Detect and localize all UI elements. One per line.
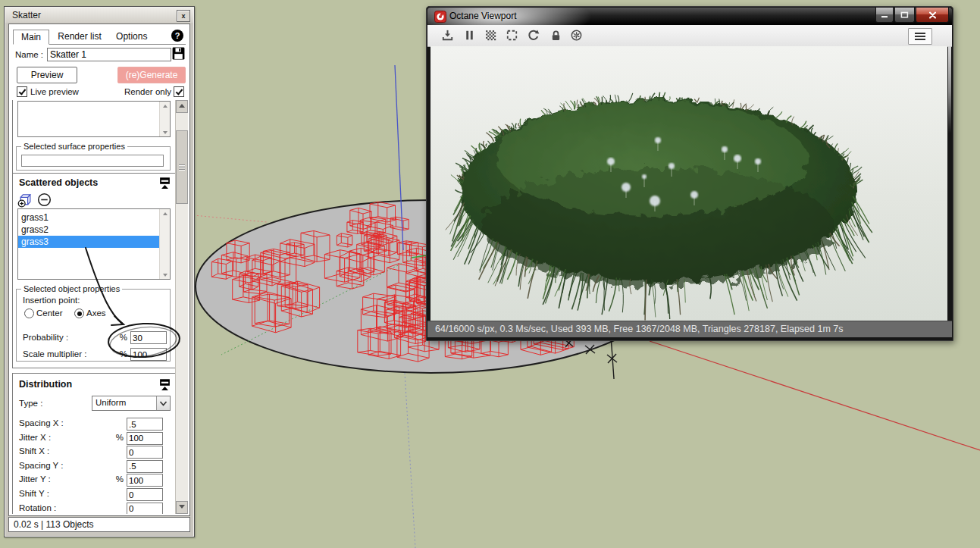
menu-icon[interactable] [908,28,932,45]
minimize-icon[interactable] [875,8,894,23]
save-icon[interactable] [171,46,186,64]
octane-logo-icon [434,11,446,25]
render-scroll-strip[interactable] [948,46,951,321]
distribution-header: Distribution [19,379,72,390]
kernel-icon[interactable] [570,29,583,42]
surface-properties-group: Selected surface properties [16,142,171,171]
scale-multiplier-label: Scale multiplier : [23,349,86,359]
scale-multiplier-input[interactable] [130,348,167,361]
scroll-up-icon[interactable] [176,100,188,113]
dither-icon[interactable] [484,29,497,42]
dist-row-label: Jitter Y : [19,474,51,484]
dist-row-input[interactable] [127,503,163,514]
grass-render [431,46,947,321]
scale-prefix: % [115,349,127,359]
surface-properties-legend: Selected surface properties [21,142,127,151]
radio-center-label: Center [36,308,63,318]
red-axis [650,341,980,450]
octane-toolbar [427,25,952,47]
octane-status-bar: 64/16000 s/px, 0.3 Ms/sec, Used 393 MB, … [427,321,952,337]
save-icon[interactable] [441,29,454,42]
close-icon[interactable] [916,8,949,23]
skatter-status-bar: 0.02 s | 113 Objects [8,517,190,532]
list-item-grass1[interactable]: grass1 [18,211,160,224]
dist-row-input[interactable] [127,446,163,459]
panel-scroll-area: Selected surface properties Scattered ob… [11,100,188,514]
dist-row-input[interactable] [127,460,163,473]
tab-options[interactable]: Options [110,29,153,43]
dist-row-label: Shift X : [19,446,49,456]
preview-button[interactable]: Preview [17,67,77,83]
surfaces-list-scrollbar[interactable] [159,102,170,136]
scroll-down-icon[interactable] [176,501,188,514]
surface-properties-box [21,155,164,167]
scattered-objects-section: Scattered objects [12,173,176,368]
maximize-icon[interactable] [894,8,915,23]
refresh-icon[interactable] [527,29,540,42]
octane-viewport-window: Octane Viewport [426,6,953,341]
red-axis-dotted [193,215,267,222]
scattered-objects-list[interactable]: grass1 grass2 grass3 [17,208,171,280]
radio-axes[interactable] [74,308,84,318]
list-item-grass2[interactable]: grass2 [18,224,160,236]
dist-row-label: Shift Y : [19,489,49,498]
render-only-checkbox[interactable] [174,86,184,97]
probability-label: Probability : [23,333,68,342]
object-properties-legend: Selected object properties [21,284,122,293]
tab-main[interactable]: Main [13,30,49,45]
objects-list-scrollbar[interactable] [159,209,170,279]
probability-input[interactable] [130,331,167,344]
dist-row-label: Spacing Y : [19,461,63,470]
skatter-titlebar[interactable]: Skatter x [5,8,193,23]
render-view[interactable] [431,46,947,321]
dist-row-label: Rotation : [19,503,56,512]
blue-axis-dotted [405,373,415,548]
list-item-grass3[interactable]: grass3 [18,236,160,248]
chevron-down-icon[interactable] [156,396,170,410]
help-icon[interactable]: ? [171,30,183,42]
live-preview-label: Live preview [30,87,79,96]
dist-row-input[interactable] [127,488,163,501]
tab-bar: Main Render list Options ? [13,29,186,45]
radio-center[interactable] [24,308,34,318]
probability-prefix: % [115,333,127,342]
dist-row-prefix: % [111,433,124,442]
collapse-section-icon[interactable] [158,378,171,394]
octane-window-title: Octane Viewport [449,11,517,21]
object-properties-group: Selected object properties Insertion poi… [16,284,171,362]
pause-icon[interactable] [463,29,476,42]
close-icon[interactable]: x [177,10,190,22]
scattered-objects-header: Scattered objects [19,177,98,188]
regenerate-button[interactable]: (re)Generate [117,67,186,83]
skatter-content: Main Render list Options ? Name : Previe… [8,23,190,516]
name-label: Name : [15,50,43,59]
scrollbar-thumb[interactable] [176,130,188,204]
octane-titlebar[interactable]: Octane Viewport [427,8,952,25]
surfaces-list[interactable] [17,101,171,137]
dist-row-input[interactable] [127,432,163,445]
render-only-label: Render only [124,87,171,96]
radio-axes-label: Axes [86,308,106,318]
skatter-title: Skatter [12,10,41,20]
skatter-panel: Skatter x Main Render list Options ? Nam… [4,6,195,537]
type-select[interactable]: Uniform [92,396,171,411]
type-value: Uniform [95,398,126,407]
type-label: Type : [19,399,42,408]
collapse-section-icon[interactable] [158,177,171,193]
live-preview-checkbox[interactable] [17,86,27,97]
region-icon[interactable] [506,29,518,42]
dist-row-label: Jitter X : [19,433,51,442]
lock-icon[interactable] [549,29,562,42]
insertion-point-label: Insertion point: [23,296,80,305]
dist-row-input[interactable] [127,418,163,431]
dist-row-input[interactable] [127,474,163,487]
distribution-section: Distribution Type : Uniform Spacing X : [12,373,176,514]
panel-scrollbar[interactable] [175,100,188,514]
dist-row-prefix: % [111,474,124,484]
tab-render-list[interactable]: Render list [52,29,107,43]
dist-row-label: Spacing X : [19,418,64,427]
name-input[interactable] [47,48,171,61]
